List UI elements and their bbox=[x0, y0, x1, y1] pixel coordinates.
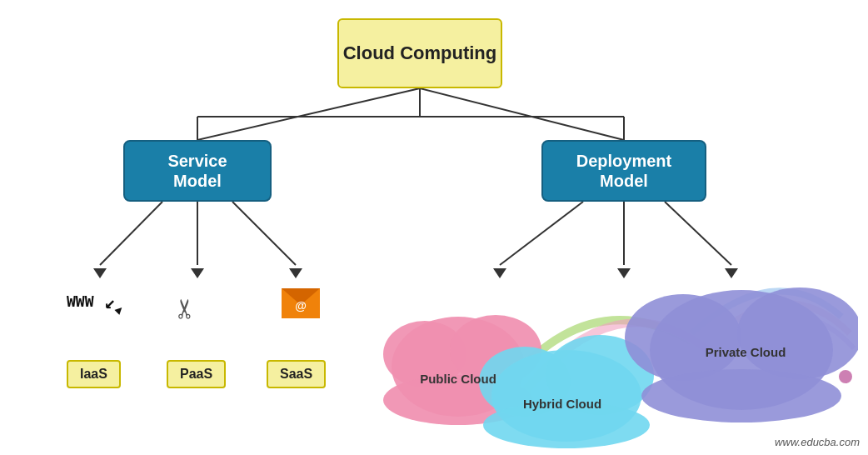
paas-label: PaaS bbox=[167, 360, 226, 388]
svg-text:Private Cloud: Private Cloud bbox=[706, 345, 786, 359]
svg-point-31 bbox=[737, 288, 858, 379]
deployment-model-label: DeploymentModel bbox=[576, 151, 671, 191]
svg-line-2 bbox=[100, 202, 162, 265]
svg-line-6 bbox=[232, 202, 296, 265]
svg-marker-7 bbox=[289, 268, 302, 278]
svg-marker-5 bbox=[191, 268, 204, 278]
svg-point-33 bbox=[839, 370, 852, 383]
svg-point-32 bbox=[641, 369, 841, 422]
svg-text:@: @ bbox=[295, 299, 307, 312]
svg-line-1 bbox=[420, 88, 624, 140]
root-label: Cloud Computing bbox=[343, 42, 497, 64]
diagram: Cloud Computing ServiceModel DeploymentM… bbox=[0, 0, 868, 455]
service-model-label: ServiceModel bbox=[167, 151, 227, 191]
iaas-label: IaaS bbox=[67, 360, 121, 388]
svg-marker-3 bbox=[93, 268, 107, 278]
svg-text:Hybrid Cloud: Hybrid Cloud bbox=[523, 397, 601, 411]
hybrid-cloud bbox=[479, 335, 654, 448]
root-node: Cloud Computing bbox=[337, 18, 502, 88]
watermark: www.educba.com bbox=[775, 436, 860, 448]
saas-label: SaaS bbox=[267, 360, 326, 388]
deployment-model-node: DeploymentModel bbox=[541, 140, 706, 202]
svg-text:Public Cloud: Public Cloud bbox=[420, 372, 496, 386]
email-icon: @ bbox=[280, 287, 322, 328]
scissors-icon: ✂ bbox=[173, 290, 196, 325]
www-icon: WWW ↙ bbox=[67, 290, 114, 311]
svg-line-0 bbox=[197, 88, 420, 140]
cloud-illustration: Public Cloud Hybrid Cloud Private Cloud bbox=[375, 233, 858, 450]
service-model-node: ServiceModel bbox=[123, 140, 272, 202]
svg-point-30 bbox=[625, 294, 741, 381]
